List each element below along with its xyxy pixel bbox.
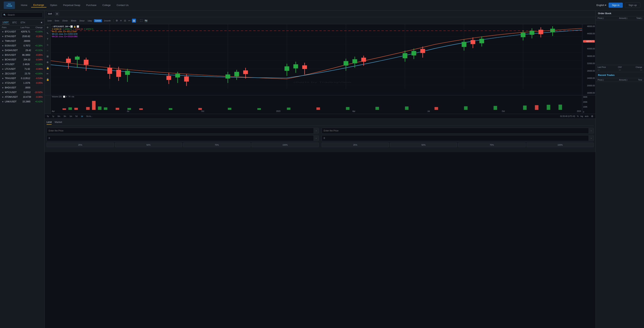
- tab-limit[interactable]: Limit: [46, 121, 52, 125]
- logo[interactable]: AVATRADE: [4, 2, 15, 9]
- pair-row[interactable]: ★ ZEC/USDT 23.70 +0.00%: [0, 71, 44, 76]
- candle-icon[interactable]: ▤: [132, 19, 136, 23]
- time-1week[interactable]: 1week: [94, 19, 102, 22]
- fullscreen-icon[interactable]: ⛶: [139, 19, 143, 22]
- signin-button[interactable]: Sign in: [608, 3, 623, 8]
- tab-btc[interactable]: BTC: [12, 21, 18, 24]
- pair-row[interactable]: ★ BHD/USDT .0000: [0, 85, 44, 90]
- nav-home[interactable]: Home: [19, 3, 30, 7]
- sell-price-input[interactable]: [322, 128, 589, 134]
- indicator-icon4[interactable]: ↩: [128, 19, 131, 22]
- chart-settings-icon[interactable]: ⚙: [590, 115, 594, 118]
- period-3m[interactable]: 3m: [63, 115, 67, 118]
- tab-usdt[interactable]: USDT: [2, 21, 10, 24]
- buy-price-minus[interactable]: -: [314, 128, 318, 133]
- pair-row[interactable]: ★ LINK/USDT 15.2865 +0.42%: [0, 99, 44, 104]
- nav-option[interactable]: Option: [48, 3, 60, 7]
- scale-pct[interactable]: %: [577, 115, 578, 117]
- pencil-tool[interactable]: ✏: [46, 72, 50, 76]
- pair-star[interactable]: ★: [2, 87, 4, 89]
- pair-star[interactable]: ★: [2, 31, 4, 33]
- buy-amount-minus[interactable]: -: [314, 136, 318, 141]
- sell-25pct[interactable]: 25%: [322, 143, 389, 147]
- scale-auto[interactable]: auto: [585, 115, 588, 117]
- pair-row[interactable]: ★ BTC/USDT 42978.71 +0.00%: [0, 30, 44, 34]
- period-1m[interactable]: 1m: [69, 115, 73, 118]
- pair-star[interactable]: ★: [2, 73, 4, 75]
- settings-tool[interactable]: ⊞: [46, 54, 50, 59]
- pair-star[interactable]: ★: [2, 68, 4, 70]
- arrow-tool[interactable]: ←: [46, 49, 50, 53]
- lock-tool[interactable]: 🔒: [46, 66, 50, 70]
- nav-exchange[interactable]: Exchange: [31, 3, 46, 8]
- pair-row[interactable]: ★ BCH/USDT 254.32 -0.04%: [0, 58, 44, 62]
- sell-75pct[interactable]: 75%: [458, 143, 526, 147]
- indicator-icon3[interactable]: ⚖: [123, 19, 127, 22]
- pair-star[interactable]: ★: [2, 40, 4, 42]
- pair-star[interactable]: ★: [2, 54, 4, 56]
- pair-star[interactable]: ★: [2, 63, 4, 66]
- time-1month[interactable]: 1month: [103, 19, 112, 22]
- scale-log[interactable]: log: [580, 115, 583, 117]
- sell-amount-minus[interactable]: -: [589, 136, 594, 141]
- time-15min[interactable]: 15min: [61, 19, 69, 22]
- buy-price-input[interactable]: [47, 128, 314, 134]
- crosshair-tool[interactable]: ✛: [46, 25, 50, 30]
- period-5d[interactable]: 5d: [75, 115, 78, 118]
- pair-star[interactable]: ★: [2, 59, 4, 61]
- tab-market[interactable]: Market: [54, 121, 62, 125]
- indicator-icon[interactable]: ⚙: [115, 19, 119, 22]
- pair-star[interactable]: ★: [2, 45, 4, 47]
- time-5min[interactable]: 5min: [54, 19, 60, 22]
- pair-row[interactable]: ★ HT/USDT 2.4626 +0.00%: [0, 62, 44, 67]
- buy-75pct[interactable]: 75%: [183, 143, 250, 147]
- signup-button[interactable]: Sign up: [625, 3, 640, 8]
- pair-star[interactable]: ★: [2, 49, 4, 52]
- search-input[interactable]: [2, 12, 43, 18]
- pair-star[interactable]: ★: [2, 96, 4, 98]
- period-1d[interactable]: 1d: [80, 115, 84, 118]
- indicator-icon2[interactable]: ≡: [120, 19, 122, 22]
- pair-star[interactable]: ★: [2, 91, 4, 94]
- screenshot-icon[interactable]: 📷: [144, 19, 148, 22]
- pair-row[interactable]: ★ LTC/USDT 71.62 -0.06%: [0, 67, 44, 71]
- time-30min[interactable]: 30min: [70, 19, 78, 22]
- time-1day[interactable]: 1day: [86, 19, 93, 22]
- pair-row[interactable]: ★ EOS/USDT 0.7672 +0.38%: [0, 44, 44, 48]
- pair-row[interactable]: ★ ETH/USDT 2530.82 -0.26%: [0, 34, 44, 39]
- buy-25pct[interactable]: 25%: [46, 143, 114, 147]
- time-1hour[interactable]: 1hour: [78, 19, 86, 22]
- pair-star[interactable]: ★: [2, 101, 4, 103]
- time-1min[interactable]: 1min: [46, 19, 53, 22]
- sell-amount-input[interactable]: [322, 135, 589, 141]
- period-6m[interactable]: 6m: [57, 115, 61, 118]
- language-selector[interactable]: English ▾: [596, 4, 606, 7]
- buy-100pct[interactable]: 100%: [252, 143, 319, 147]
- buy-50pct[interactable]: 50%: [115, 143, 182, 147]
- pair-row[interactable]: ★ TRX/USDT 0.113512 -0.53%: [0, 76, 44, 81]
- pair-row[interactable]: ★ TIMI/USDT .00000: [0, 39, 44, 44]
- period-1y[interactable]: 1y: [52, 115, 55, 118]
- goto-btn[interactable]: Go to...: [86, 115, 93, 118]
- pair-row[interactable]: ★ BSV/USDT 86.3850 -0.05%: [0, 53, 44, 58]
- text-tool[interactable]: T: [46, 37, 49, 41]
- nav-contact[interactable]: Contact Us: [114, 3, 131, 7]
- sell-price-minus[interactable]: -: [589, 128, 594, 133]
- pair-row[interactable]: ★ XTZ/USDT 1.1576 -0.05%: [0, 81, 44, 85]
- nav-purchase[interactable]: Purchase: [84, 3, 99, 7]
- buy-amount-input[interactable]: [47, 135, 314, 141]
- sell-50pct[interactable]: 50%: [390, 143, 457, 147]
- trash-tool[interactable]: 🔓: [46, 77, 50, 82]
- pair-star[interactable]: ★: [2, 82, 4, 84]
- chart-type-btn[interactable]: ⊞: [55, 12, 59, 16]
- tab-eth[interactable]: ETH: [20, 21, 26, 24]
- pair-star[interactable]: ★: [2, 35, 4, 38]
- nav-perpetual[interactable]: Perpetual Swap: [61, 3, 82, 7]
- pair-row[interactable]: ★ WTC/USDT 0.0212 -10.92%: [0, 90, 44, 95]
- measure-tool[interactable]: ⊹: [46, 43, 50, 47]
- theme-selector[interactable]: dark: [46, 12, 54, 16]
- sell-100pct[interactable]: 100%: [526, 143, 594, 147]
- zoom-tool[interactable]: ⊕: [46, 60, 50, 64]
- nav-college[interactable]: College: [100, 3, 113, 7]
- favorites-icon[interactable]: ★: [40, 21, 43, 24]
